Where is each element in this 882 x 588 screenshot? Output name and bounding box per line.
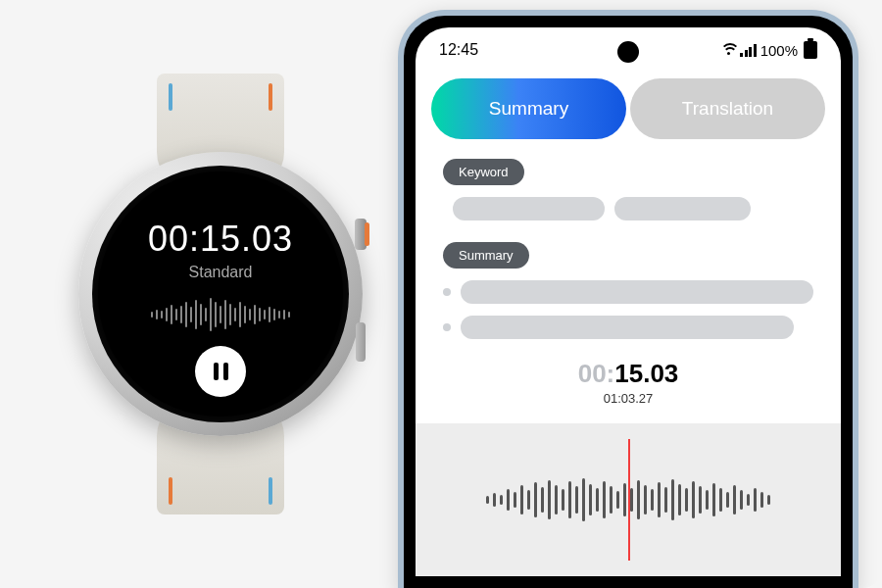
smartwatch-device: 00:15.03 Standard — [78, 74, 363, 514]
keyword-section: Keyword — [416, 143, 841, 226]
tab-translation[interactable]: Translation — [634, 82, 821, 135]
smartphone-device: 12:45 100% Summary — [398, 10, 858, 588]
battery-percent: 100% — [760, 42, 798, 59]
bullet-icon — [443, 288, 451, 296]
elapsed-prefix: 00: — [578, 359, 615, 388]
signal-icon — [740, 43, 757, 57]
keyword-placeholder — [614, 197, 752, 220]
audio-waveform — [151, 297, 290, 332]
watch-case: 00:15.03 Standard — [78, 152, 363, 436]
wifi-icon — [720, 43, 736, 57]
playhead-indicator — [628, 439, 630, 561]
summary-section: Summary — [416, 226, 841, 351]
tab-bar: Summary Translation — [416, 65, 841, 143]
band-stitch — [269, 477, 272, 505]
pause-button[interactable] — [195, 346, 246, 397]
watch-side-button[interactable] — [356, 322, 366, 362]
recording-elapsed-time: 00:15.03 — [148, 219, 293, 260]
summary-bullet — [443, 316, 813, 339]
bullet-icon — [443, 323, 451, 331]
battery-icon — [804, 41, 817, 59]
summary-bullet — [443, 280, 813, 304]
summary-placeholder — [461, 316, 794, 339]
product-showcase: 00:15.03 Standard — [0, 0, 882, 588]
keyword-placeholder — [453, 197, 605, 220]
watch-crown-button[interactable] — [355, 219, 367, 250]
tab-translation-label: Translation — [682, 98, 773, 120]
phone-screen: 12:45 100% Summary — [416, 27, 841, 576]
playback-time: 00:15.03 01:03.27 — [416, 359, 841, 406]
band-stitch — [269, 83, 272, 111]
recording-mode-label: Standard — [189, 264, 253, 281]
summary-section-label: Summary — [443, 242, 529, 269]
summary-placeholder — [461, 280, 813, 304]
tab-summary-label: Summary — [489, 98, 568, 120]
band-stitch — [169, 477, 172, 505]
tab-summary[interactable]: Summary — [435, 82, 622, 135]
waveform-scrubber[interactable] — [416, 423, 841, 576]
watch-bezel: 00:15.03 Standard — [92, 166, 349, 422]
total-duration: 01:03.27 — [416, 391, 841, 406]
watch-screen: 00:15.03 Standard — [98, 172, 343, 416]
elapsed-main: 15.03 — [614, 359, 678, 388]
front-camera — [617, 41, 639, 63]
band-stitch — [169, 83, 172, 111]
keyword-section-label: Keyword — [443, 159, 524, 185]
status-clock: 12:45 — [439, 41, 478, 59]
